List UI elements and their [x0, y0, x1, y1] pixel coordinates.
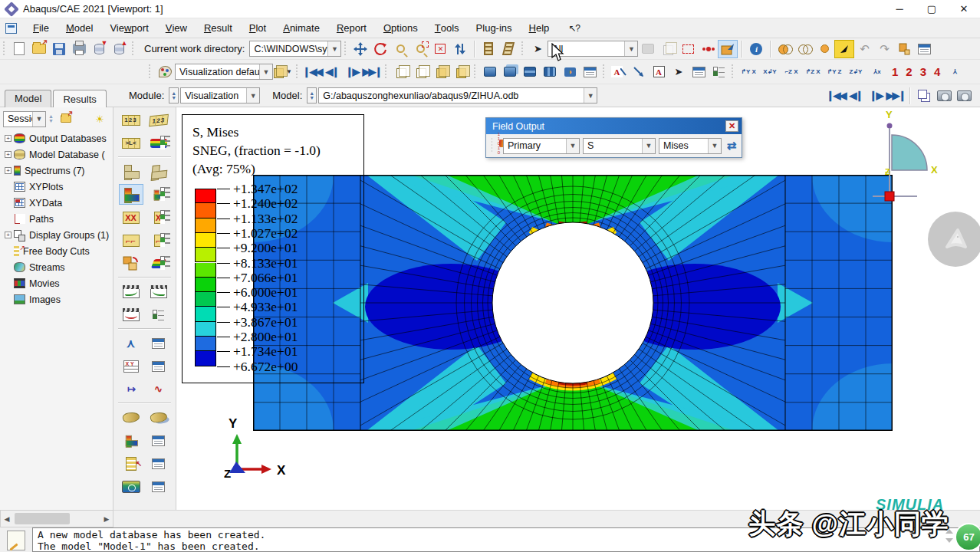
viewport-horizontal-icon[interactable] [521, 64, 539, 80]
orientation-options-icon[interactable]: ⌐ [147, 231, 170, 250]
ribbon-options-icon[interactable] [147, 254, 170, 273]
tree-horizontal-scrollbar[interactable]: ◀ ▶ [0, 510, 113, 527]
result-first-button[interactable]: ❙◀◀ [827, 87, 845, 104]
viewport-single-icon[interactable] [481, 64, 499, 80]
floating-assistant-button[interactable] [928, 212, 980, 267]
annotate-cursor-icon[interactable]: ➤ [669, 64, 688, 80]
menu-animate[interactable]: Animate [275, 18, 328, 38]
plot-symbols-button[interactable]: XX [120, 208, 143, 227]
toolbar-grip[interactable] [603, 64, 607, 80]
color-code-icon[interactable] [156, 64, 174, 80]
menu-options[interactable]: Options [375, 18, 426, 38]
tips-lightbulb-icon[interactable]: ☀ [92, 110, 107, 127]
context-help-icon[interactable]: ↖? [568, 23, 580, 34]
free-body-manager-icon[interactable] [147, 454, 170, 473]
tree-item-images[interactable]: Images [3, 291, 113, 307]
next-frame-button[interactable]: ❙▶ [343, 64, 361, 80]
box-zoom-button[interactable] [411, 41, 429, 58]
last-frame-button[interactable]: ▶▶❙ [363, 64, 381, 80]
animate-scale-factor-button[interactable] [120, 282, 143, 301]
scroll-right-icon[interactable]: ▶ [100, 511, 113, 527]
viewport-link-icon[interactable]: ◑ [561, 64, 579, 80]
boolean-union-icon[interactable] [775, 41, 794, 58]
activate-view-cut-icon[interactable] [120, 431, 143, 450]
tree-spinner[interactable]: ▲▼ [46, 111, 56, 127]
cycle-views-button[interactable] [451, 41, 469, 58]
toolbar-grip[interactable] [132, 41, 136, 57]
options-dialog-icon[interactable] [915, 41, 933, 58]
stream-manager-icon[interactable] [147, 477, 170, 496]
menu-plug-ins[interactable]: Plug-ins [468, 18, 521, 38]
view-cut-manager-icon[interactable] [147, 408, 170, 427]
path-create-icon[interactable]: ↦ [120, 380, 143, 399]
shaded-render-button[interactable] [432, 64, 450, 80]
toolbar-grip[interactable] [296, 64, 300, 80]
result-next-button[interactable]: ❙▶ [867, 87, 885, 104]
workdir-combo[interactable]: C:\WINDOWS\system32▼ [249, 41, 341, 57]
tree-item-movies[interactable]: Movies [3, 275, 113, 291]
annotate-arrow-icon[interactable] [630, 64, 648, 80]
query-info-button[interactable]: i [747, 41, 765, 58]
menu-viewport[interactable]: Viewport [101, 18, 156, 38]
animate-capture-icon[interactable] [935, 87, 953, 104]
view-2-button[interactable]: 2 [902, 65, 916, 78]
annotation-manager-icon[interactable] [689, 64, 708, 80]
redo-button[interactable]: ↷ [875, 41, 893, 58]
wireframe-render-button[interactable] [392, 64, 410, 80]
tab-model[interactable]: Model [5, 90, 51, 107]
animate-harmonic-button[interactable] [120, 305, 143, 324]
menu-file[interactable]: File [25, 18, 58, 38]
print-button[interactable] [70, 41, 88, 58]
tree-item-free-body-cuts[interactable]: Free Body Cuts [3, 243, 113, 259]
viewport-manager-dialog-icon[interactable] [580, 64, 599, 80]
query-probe-icon[interactable]: ⋏ [120, 334, 143, 353]
toolbar-grip[interactable] [344, 41, 348, 57]
symbol-options-icon[interactable]: X [147, 208, 170, 227]
menu-plot[interactable]: Plot [241, 18, 275, 38]
scroll-left-icon[interactable]: ◀ [1, 511, 13, 527]
point-select-icon[interactable] [699, 41, 717, 58]
model-spinner[interactable]: ▲▼ [307, 87, 317, 104]
chevron-up-icon[interactable] [945, 529, 953, 534]
tab-results[interactable]: Results [53, 90, 106, 108]
scrollbar-thumb[interactable] [15, 513, 70, 524]
model-combo[interactable]: G:/abaquszonghexunliao/abaqus9/ZIHUA.odb… [318, 87, 597, 104]
expand-icon[interactable]: + [5, 135, 12, 142]
menu-tools[interactable]: Tools [426, 18, 468, 38]
menu-result[interactable]: Result [196, 18, 241, 38]
tree-item-spectrums----[interactable]: +Spectrums (7) [3, 163, 113, 179]
view-top-icon[interactable]: ⌐Z X [781, 63, 802, 81]
plot-deformed-button[interactable] [147, 162, 170, 181]
boolean-circle-icon[interactable] [815, 41, 834, 58]
spectrum-options-icon[interactable] [147, 133, 170, 153]
toolbar-grip[interactable] [732, 64, 735, 80]
module-combo[interactable]: Visualization▼ [180, 87, 260, 104]
drag-select-icon[interactable] [679, 41, 697, 58]
query-button[interactable] [479, 41, 498, 58]
menu-report[interactable]: Report [328, 18, 375, 38]
animate-time-history-button[interactable] [147, 282, 170, 301]
dialog-grip[interactable] [492, 138, 492, 153]
notification-badge[interactable]: 67 [955, 523, 980, 551]
cut-manager-icon[interactable] [147, 431, 170, 450]
xy-data-manager-icon[interactable] [147, 356, 170, 376]
menu-view[interactable]: View [157, 18, 196, 38]
annotation-list-icon[interactable] [709, 64, 728, 80]
ticks-icon[interactable]: >L< [120, 133, 143, 153]
xy-data-create-icon[interactable] [120, 356, 143, 376]
annotate-text-icon[interactable]: A [649, 64, 668, 80]
view-3-button[interactable]: 3 [916, 65, 930, 78]
hiddenline-render-button[interactable] [412, 64, 430, 80]
viewport-cascade-icon[interactable] [501, 64, 519, 80]
tree-item-display-groups----[interactable]: +Display Groups (1) [3, 227, 113, 243]
component-combo[interactable]: Mises▼ [659, 138, 722, 154]
boolean-intersect-icon[interactable] [795, 41, 814, 58]
view-compass[interactable]: Y X Z [867, 107, 959, 207]
tree-filter-icon[interactable] [75, 110, 90, 127]
tree-item-model-database--[interactable]: +Model Database ( [3, 146, 113, 163]
refresh-icon[interactable]: ⇄ [722, 137, 741, 154]
auto-fit-button[interactable] [431, 41, 449, 58]
view-4-button[interactable]: 4 [930, 65, 944, 78]
overlay-layers-icon[interactable] [915, 87, 933, 104]
highlight-select-icon[interactable] [719, 41, 737, 58]
